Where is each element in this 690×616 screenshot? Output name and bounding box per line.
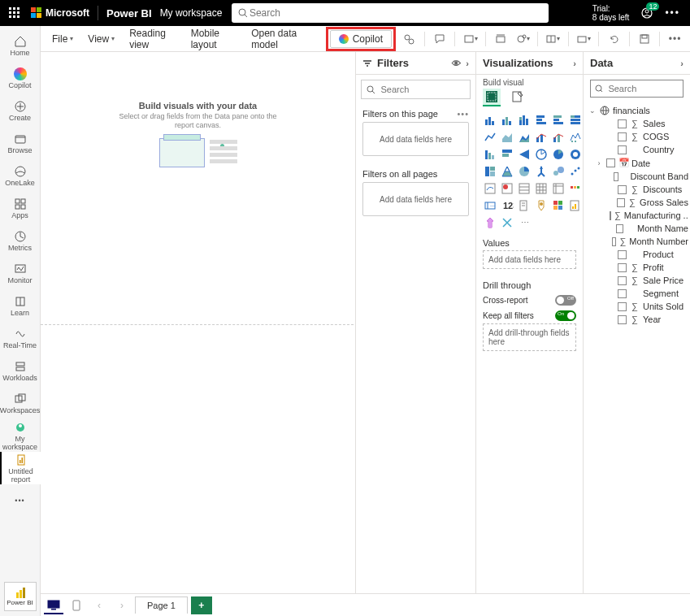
field-checkbox[interactable] — [618, 250, 627, 259]
field-row[interactable]: ∑Sales — [606, 117, 688, 130]
field-checkbox[interactable] — [618, 119, 627, 128]
add-page-button[interactable]: + — [191, 596, 212, 614]
keep-filters-toggle[interactable]: On — [555, 310, 576, 321]
desktop-view-icon[interactable] — [44, 596, 63, 614]
field-checkbox[interactable] — [606, 158, 615, 167]
global-search-input[interactable] — [248, 7, 542, 20]
save-icon[interactable] — [636, 29, 653, 49]
filters-all-drop[interactable]: Add data fields here — [362, 182, 469, 216]
menu-mobile-layout[interactable]: Mobile layout — [186, 24, 241, 54]
viz-type-0[interactable] — [483, 113, 497, 128]
field-row[interactable]: Country — [606, 143, 688, 156]
viz-type-7[interactable] — [500, 130, 514, 145]
viz-type-1[interactable] — [500, 113, 514, 128]
viz-type-38[interactable]: ⋯ — [517, 215, 532, 230]
field-row[interactable]: ∑Gross Sales — [606, 196, 688, 209]
viz-type-21[interactable] — [534, 164, 549, 179]
menu-file[interactable]: File▾ — [47, 30, 78, 48]
nav-onelake[interactable]: OneLake — [0, 159, 41, 192]
nav-workloads[interactable]: Workloads — [0, 354, 41, 387]
viz-type-16[interactable] — [551, 147, 566, 162]
field-row[interactable]: ∑Month Number — [606, 235, 688, 248]
viz-type-30[interactable]: ⋯ — [483, 198, 497, 213]
field-checkbox[interactable] — [618, 289, 627, 298]
viz-type-8[interactable] — [517, 130, 532, 145]
notifications-icon[interactable]: 12 — [640, 7, 653, 20]
field-checkbox[interactable] — [618, 145, 627, 154]
nav-realtime[interactable]: Real-Time — [0, 322, 41, 354]
powerbi-switch-button[interactable]: Power BI — [4, 582, 37, 611]
copilot-button[interactable]: Copilot — [330, 30, 392, 48]
data-search[interactable] — [590, 80, 683, 98]
expand-icon[interactable]: › — [595, 159, 603, 167]
report-canvas[interactable]: Build visuals with your data Select or d… — [41, 52, 355, 324]
viz-type-5[interactable] — [568, 113, 583, 128]
page-tab[interactable]: Page 1 — [135, 596, 188, 614]
collapse-icon[interactable]: › — [680, 59, 683, 68]
viz-type-19[interactable] — [500, 164, 514, 179]
viz-type-32[interactable] — [517, 198, 532, 213]
app-launcher-icon[interactable] — [5, 3, 24, 23]
viz-type-2[interactable] — [517, 113, 532, 128]
field-checkbox[interactable] — [618, 315, 627, 324]
field-row[interactable]: Product — [606, 248, 688, 261]
field-row[interactable]: ∑Sale Price — [606, 274, 688, 287]
values-drop[interactable]: Add data fields here — [483, 250, 576, 269]
nav-my-workspace[interactable]: My workspace — [0, 419, 41, 452]
nav-home[interactable]: Home — [0, 29, 41, 62]
viz-type-10[interactable] — [551, 130, 566, 145]
ribbon-icon-2[interactable] — [493, 29, 510, 49]
field-checkbox[interactable] — [618, 132, 627, 141]
explore-icon[interactable] — [401, 29, 418, 49]
field-row[interactable]: ∑COGS — [606, 130, 688, 143]
ribbon-icon-5[interactable]: ▾ — [575, 29, 592, 49]
viz-type-24[interactable] — [483, 181, 497, 196]
nav-workspaces[interactable]: Workspaces — [0, 387, 41, 419]
mobile-view-icon[interactable] — [67, 596, 86, 614]
prev-page-icon[interactable]: ‹ — [89, 596, 109, 614]
field-checkbox[interactable] — [614, 172, 618, 181]
viz-type-27[interactable] — [534, 181, 549, 196]
nav-create[interactable]: Create — [0, 94, 41, 127]
next-page-icon[interactable]: › — [112, 596, 132, 614]
nav-monitor[interactable]: Monitor — [0, 257, 41, 289]
cross-report-toggle[interactable]: Off — [555, 295, 576, 306]
nav-apps[interactable]: Apps — [0, 192, 41, 224]
format-visual-mode[interactable] — [509, 89, 527, 106]
viz-type-4[interactable] — [551, 113, 566, 128]
drill-drop[interactable]: Add drill-through fields here — [483, 323, 576, 351]
viz-type-23[interactable] — [568, 164, 583, 179]
menu-reading-view[interactable]: Reading view — [124, 24, 181, 54]
viz-type-26[interactable] — [517, 181, 532, 196]
data-search-input[interactable] — [606, 83, 679, 94]
viz-type-11[interactable] — [568, 130, 583, 145]
collapse-icon[interactable]: › — [466, 59, 469, 68]
refresh-icon[interactable] — [605, 29, 623, 49]
nav-copilot[interactable]: Copilot — [0, 62, 41, 94]
viz-type-15[interactable] — [534, 147, 549, 162]
field-checkbox[interactable] — [610, 211, 611, 220]
viz-type-34[interactable] — [551, 198, 566, 213]
field-row[interactable]: ›📅Date — [595, 156, 688, 170]
viz-type-3[interactable] — [534, 113, 549, 128]
viz-type-28[interactable] — [551, 181, 566, 196]
more-icon[interactable]: ••• — [665, 7, 680, 19]
table-row[interactable]: ⌄ financials — [588, 104, 688, 117]
viz-type-37[interactable] — [500, 215, 514, 230]
viz-type-22[interactable] — [551, 164, 566, 179]
ribbon-icon-3[interactable]: ▾ — [514, 29, 531, 49]
field-row[interactable]: ∑Profit — [606, 261, 688, 274]
nav-metrics[interactable]: Metrics — [0, 224, 41, 257]
field-row[interactable]: Month Name — [606, 222, 688, 235]
viz-type-33[interactable] — [534, 198, 549, 213]
trial-status[interactable]: Trial: 8 days left — [592, 4, 630, 22]
ribbon-more-icon[interactable]: ••• — [666, 29, 683, 49]
view-icon[interactable]: 👁 — [452, 59, 461, 68]
nav-browse[interactable]: Browse — [0, 127, 41, 159]
comment-icon[interactable] — [432, 29, 449, 49]
nav-more[interactable]: ••• — [0, 484, 41, 517]
field-row[interactable]: ∑Manufacturing ... — [606, 209, 688, 222]
field-row[interactable]: Segment — [606, 287, 688, 300]
viz-type-20[interactable] — [517, 164, 532, 179]
viz-type-12[interactable] — [483, 147, 497, 162]
